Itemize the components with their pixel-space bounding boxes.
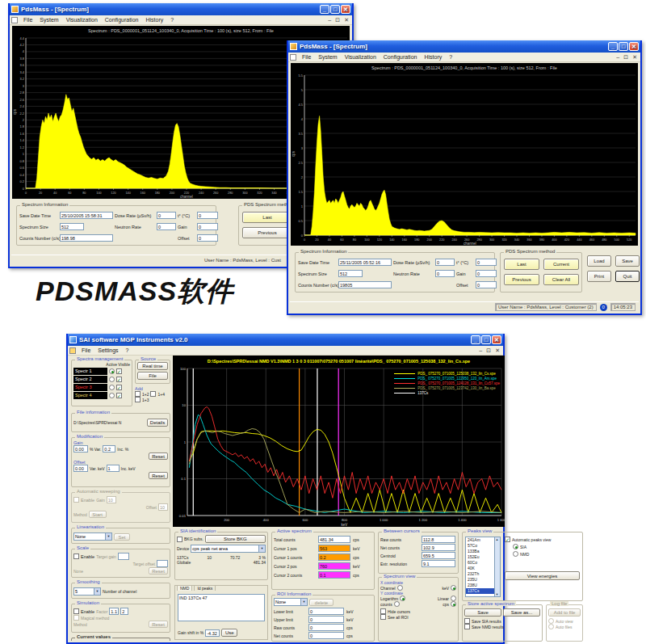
device-dropdown[interactable]: cps peak net area▼ — [191, 545, 266, 553]
sweeping-gain-field[interactable]: 10 — [107, 496, 116, 503]
spectr-3-visible-checkbox[interactable]: ✓ — [116, 385, 122, 390]
spectr-2-active-radio[interactable] — [109, 377, 115, 382]
menu-file[interactable]: File — [78, 347, 94, 353]
roi-dropdown[interactable]: None▼ — [274, 598, 308, 606]
dose-rate-field[interactable]: 0 — [157, 212, 176, 219]
upper-limit-value[interactable]: 0 — [308, 616, 344, 623]
maximize-button[interactable]: □ — [619, 42, 628, 51]
window3-titlebar[interactable]: SAI software MGP Instruments v2.0 _ □ ✕ — [68, 334, 503, 346]
mdi-restore-icon[interactable]: ⊡ — [333, 17, 342, 23]
load-button[interactable]: Load — [587, 255, 611, 267]
spectr-4-active-radio[interactable] — [109, 393, 115, 398]
target-offset-field[interactable] — [157, 560, 168, 567]
hide-cursors-checkbox[interactable] — [380, 608, 386, 614]
offset-reset-button[interactable]: Reset — [149, 472, 168, 479]
real-time-button[interactable]: Real time — [137, 362, 168, 370]
smoothing-dropdown[interactable]: 5▼ — [73, 587, 101, 596]
gain-field[interactable]: 0 — [476, 270, 497, 277]
kev-radio[interactable] — [451, 585, 456, 591]
minimize-button[interactable]: _ — [320, 5, 329, 14]
minimize-button[interactable]: _ — [608, 42, 618, 51]
menu-visualization[interactable]: Visualization — [63, 17, 101, 23]
gain-reset-button[interactable]: Reset — [149, 452, 168, 460]
see-all-roi-checkbox[interactable] — [380, 614, 386, 620]
mdi-restore-icon[interactable]: ⊡ — [622, 54, 630, 61]
window1-titlebar[interactable]: PdsMass - [Spectrum] _ □ ✕ — [10, 3, 352, 15]
sweeping-offset-field[interactable]: 10 — [158, 503, 168, 511]
tab-nmd[interactable]: NMD — [177, 585, 192, 591]
menu-help[interactable]: ? — [123, 347, 132, 353]
sia-radio[interactable] — [513, 544, 518, 549]
spectr-2-visible-checkbox[interactable]: ✓ — [116, 377, 122, 382]
scrollbar[interactable] — [494, 537, 500, 596]
nmd-radio[interactable] — [513, 551, 518, 557]
temp-field[interactable]: 0 — [197, 212, 218, 219]
maximize-button[interactable]: □ — [481, 335, 491, 344]
scale-reset-button[interactable]: Reset — [149, 567, 168, 575]
counts-radio[interactable] — [394, 601, 400, 607]
cps-radio[interactable] — [451, 601, 456, 607]
spectrum-size-field[interactable]: 512 — [338, 270, 363, 277]
offset-spinner[interactable]: 0.00 — [73, 465, 88, 472]
mdi-restore-icon[interactable]: ⊡ — [484, 347, 493, 354]
offset-field[interactable]: 0 — [476, 281, 497, 288]
scale-enable-checkbox[interactable] — [73, 554, 79, 559]
file-source-button[interactable]: File — [137, 372, 168, 380]
dose-rate-field[interactable]: 0 — [435, 259, 455, 266]
menu-help[interactable]: ? — [167, 17, 177, 23]
maximize-button[interactable]: □ — [330, 5, 340, 14]
last-button[interactable]: Last — [242, 212, 292, 223]
current-button[interactable]: Current — [543, 259, 579, 270]
counts-field[interactable]: 19805 — [338, 281, 392, 288]
details-button[interactable]: Details — [147, 419, 168, 427]
sweeping-start-button[interactable]: Start — [89, 511, 107, 518]
window2-spectrum-chart[interactable]: 00.511.522.533.544.555.50204060801001201… — [291, 73, 638, 246]
neutron-rate-field[interactable]: 0 — [435, 270, 455, 277]
offset-field[interactable]: 0 — [197, 234, 218, 242]
simulation-enable-checkbox[interactable] — [73, 608, 79, 614]
auto-view-radio[interactable] — [548, 618, 554, 624]
isotope-listbox[interactable]: 241Am57Co133Ba152Eu60Co40K232Th235U238U1… — [465, 537, 501, 597]
save-sia-checkbox[interactable] — [464, 618, 470, 624]
window2-titlebar[interactable]: PdsMass - [Spectrum] _ □ ✕ — [288, 40, 640, 53]
save-nmd-checkbox[interactable] — [464, 624, 470, 629]
clear-all-button[interactable]: Clear All — [543, 274, 579, 285]
mdi-minimize-icon[interactable]: – — [326, 17, 333, 23]
add-1-2-checkbox[interactable] — [135, 391, 141, 397]
sweeping-enable-checkbox[interactable] — [73, 497, 79, 503]
save-date-field[interactable]: 25/10/2005 15:58:31 — [60, 212, 113, 219]
gain-field[interactable]: 0 — [197, 223, 218, 230]
store-save-button[interactable]: Save — [464, 608, 501, 617]
linear-radio[interactable] — [451, 596, 456, 601]
close-button[interactable]: ✕ — [492, 335, 501, 344]
spectrum-size-field[interactable]: 512 — [60, 223, 84, 230]
spectr-4-visible-checkbox[interactable]: ✓ — [116, 393, 122, 398]
menu-visualization[interactable]: Visualization — [342, 54, 380, 60]
add-to-file-button[interactable]: Add to file — [548, 608, 581, 617]
store-bkg-button[interactable]: Store BKG — [205, 535, 266, 543]
roi-delete-button[interactable]: delete — [309, 599, 333, 606]
use-button[interactable]: Use — [221, 629, 237, 637]
mdi-minimize-icon[interactable]: – — [615, 54, 621, 60]
store-save-as-button[interactable]: Save as... — [503, 608, 540, 617]
menu-history[interactable]: History — [142, 17, 166, 23]
magical-checkbox[interactable] — [73, 615, 79, 621]
save-button[interactable]: Save — [615, 255, 640, 267]
bkg-subs-checkbox[interactable] — [177, 537, 182, 542]
add-1-3-checkbox[interactable] — [135, 397, 141, 402]
previous-button[interactable]: Previous — [504, 274, 539, 285]
menu-help[interactable]: ? — [446, 54, 455, 60]
auto-peaks-checkbox[interactable]: ✓ — [505, 537, 510, 542]
menu-history[interactable]: History — [421, 54, 445, 60]
spectr-1-active-radio[interactable] — [109, 368, 115, 374]
gain-inc-field[interactable]: 0.2 — [103, 445, 115, 452]
add-1-4-checkbox[interactable] — [150, 391, 156, 397]
menu-configuration[interactable]: Configuration — [380, 54, 421, 60]
previous-button[interactable]: Previous — [242, 227, 292, 238]
linearisation-dropdown[interactable]: None▼ — [73, 532, 112, 541]
menu-system[interactable]: System — [315, 54, 340, 60]
menu-system[interactable]: System — [36, 17, 61, 23]
spectr-1-visible-checkbox[interactable]: ✓ — [116, 368, 122, 374]
menu-file[interactable]: File — [20, 17, 36, 23]
offset-inc-field[interactable]: 1 — [107, 465, 120, 472]
